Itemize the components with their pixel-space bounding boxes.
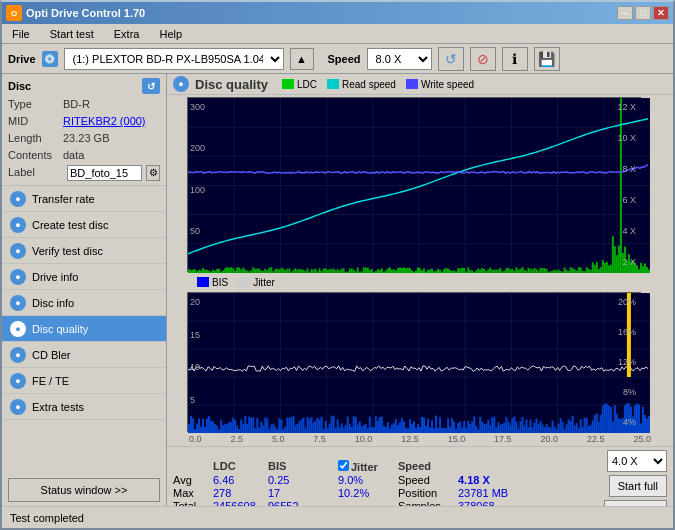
disc-mid-row: MID RITEKBR2 (000) [8, 113, 160, 130]
menu-help[interactable]: Help [153, 27, 188, 41]
test-speed-select[interactable]: 4.0 X [607, 450, 667, 472]
nav-item-cd-bler[interactable]: ●CD Bler [2, 342, 166, 368]
legend-color-bottom-jitter [238, 277, 250, 287]
x-axis-labels: 0.02.55.07.510.012.515.017.520.022.525.0 [169, 434, 671, 444]
menu-bar: File Start test Extra Help [2, 24, 673, 44]
status-window-button[interactable]: Status window >> [8, 478, 160, 502]
speed-select-row: 4.0 X [607, 450, 667, 472]
nav-icon-2: ● [10, 243, 26, 259]
drive-label: Drive [8, 53, 36, 65]
position-label: Position [398, 487, 458, 499]
max-label: Max [173, 487, 213, 499]
legend-bottom: BISJitter [197, 277, 275, 288]
stats-header-row: LDC BIS Jitter Speed [173, 460, 528, 473]
nav-list: ●Transfer rate●Create test disc●Verify t… [2, 186, 166, 420]
position-val: 23781 MB [458, 487, 528, 499]
nav-item-transfer-rate[interactable]: ●Transfer rate [2, 186, 166, 212]
nav-item-disc-info[interactable]: ●Disc info [2, 290, 166, 316]
nav-label-6: CD Bler [32, 349, 71, 361]
save-button[interactable]: 💾 [534, 47, 560, 71]
speed-result-val: 4.18 X [458, 474, 528, 486]
drive-select[interactable]: (1:) PLEXTOR BD-R PX-LB950SA 1.04 [64, 48, 284, 70]
title-bar: O Opti Drive Control 1.70 ─ □ ✕ [2, 2, 673, 24]
menu-start-test[interactable]: Start test [44, 27, 100, 41]
action-buttons: 4.0 X Start full Start part [604, 450, 667, 506]
nav-label-0: Transfer rate [32, 193, 95, 205]
x-axis-label: 0.0 [189, 434, 202, 444]
legend-color-read speed [327, 79, 339, 89]
jitter-checkbox[interactable] [338, 460, 349, 471]
nav-item-extra-tests[interactable]: ●Extra tests [2, 394, 166, 420]
disc-label-button[interactable]: ⚙ [146, 165, 160, 181]
nav-item-create-test-disc[interactable]: ●Create test disc [2, 212, 166, 238]
start-full-button[interactable]: Start full [609, 475, 667, 497]
x-axis-label: 2.5 [230, 434, 243, 444]
test-completed-text: Test completed [10, 512, 84, 524]
avg-label: Avg [173, 474, 213, 486]
nav-item-drive-info[interactable]: ●Drive info [2, 264, 166, 290]
disc-label-input[interactable] [67, 165, 142, 181]
nav-label-7: FE / TE [32, 375, 69, 387]
sidebar: Disc ↺ Type BD-R MID RITEKBR2 (000) Leng… [2, 74, 167, 506]
speed-result-label: Speed [398, 474, 458, 486]
legend-color-bottom-bis [197, 277, 209, 287]
x-axis-label: 20.0 [541, 434, 559, 444]
nav-icon-3: ● [10, 269, 26, 285]
x-axis-label: 12.5 [401, 434, 419, 444]
max-jitter: 10.2% [338, 487, 398, 499]
minimize-button[interactable]: ─ [617, 6, 633, 20]
menu-extra[interactable]: Extra [108, 27, 146, 41]
x-axis-label: 17.5 [494, 434, 512, 444]
maximize-button[interactable]: □ [635, 6, 651, 20]
nav-label-3: Drive info [32, 271, 78, 283]
refresh-button[interactable]: ↺ [438, 47, 464, 71]
stats-col-bis: BIS [268, 460, 318, 473]
drive-icon: 💿 [42, 51, 58, 67]
window-title: Opti Drive Control 1.70 [26, 7, 145, 19]
content-header: ● Disc quality LDCRead speedWrite speed [167, 74, 673, 95]
close-button[interactable]: ✕ [653, 6, 669, 20]
disc-mid-val[interactable]: RITEKBR2 (000) [63, 113, 146, 130]
legend-item-bottom-jitter: Jitter [238, 277, 275, 288]
disc-title: Disc ↺ [8, 78, 160, 94]
legend-item-write speed: Write speed [406, 79, 474, 90]
nav-item-fe--te[interactable]: ●FE / TE [2, 368, 166, 394]
app-icon: O [6, 5, 22, 21]
bottom-status-bar: Test completed [2, 506, 673, 528]
disc-type-key: Type [8, 96, 63, 113]
disc-contents-key: Contents [8, 147, 63, 164]
legend-item-bottom-bis: BIS [197, 277, 228, 288]
disc-refresh-button[interactable]: ↺ [142, 78, 160, 94]
x-axis-label: 22.5 [587, 434, 605, 444]
legend-top: LDCRead speedWrite speed [282, 79, 474, 90]
stats-col-jitter: Jitter [338, 460, 398, 473]
disc-contents-row: Contents data [8, 147, 160, 164]
nav-icon-5: ● [10, 321, 26, 337]
nav-item-disc-quality[interactable]: ●Disc quality [2, 316, 166, 342]
legend-bottom-row: BISJitter [169, 274, 671, 290]
nav-label-1: Create test disc [32, 219, 108, 231]
legend-color-ldc [282, 79, 294, 89]
speed-select[interactable]: 8.0 X [367, 48, 432, 70]
disc-length-val: 23.23 GB [63, 130, 109, 147]
legend-item-ldc: LDC [282, 79, 317, 90]
content-icon: ● [173, 76, 189, 92]
disc-type-val: BD-R [63, 96, 90, 113]
stats-col-speed: Speed [398, 460, 458, 473]
avg-jitter: 9.0% [338, 474, 398, 486]
content-area: ● Disc quality LDCRead speedWrite speed … [167, 74, 673, 506]
nav-item-verify-test-disc[interactable]: ●Verify test disc [2, 238, 166, 264]
stats-avg-row: Avg 6.46 0.25 9.0% Speed 4.18 X [173, 474, 528, 486]
stats-table: LDC BIS Jitter Speed Avg 6.46 [173, 460, 528, 506]
chart-top: 30020010050 12 X10 X8 X6 X4 X2 X [187, 97, 641, 272]
info-button[interactable]: ℹ [502, 47, 528, 71]
jitter-label: Jitter [351, 461, 378, 473]
drive-eject-button[interactable]: ▲ [290, 48, 314, 70]
main-window: O Opti Drive Control 1.70 ─ □ ✕ File Sta… [0, 0, 675, 530]
erase-button[interactable]: ⊘ [470, 47, 496, 71]
disc-length-key: Length [8, 130, 63, 147]
nav-icon-6: ● [10, 347, 26, 363]
drive-bar: Drive 💿 (1:) PLEXTOR BD-R PX-LB950SA 1.0… [2, 44, 673, 74]
disc-mid-key: MID [8, 113, 63, 130]
menu-file[interactable]: File [6, 27, 36, 41]
